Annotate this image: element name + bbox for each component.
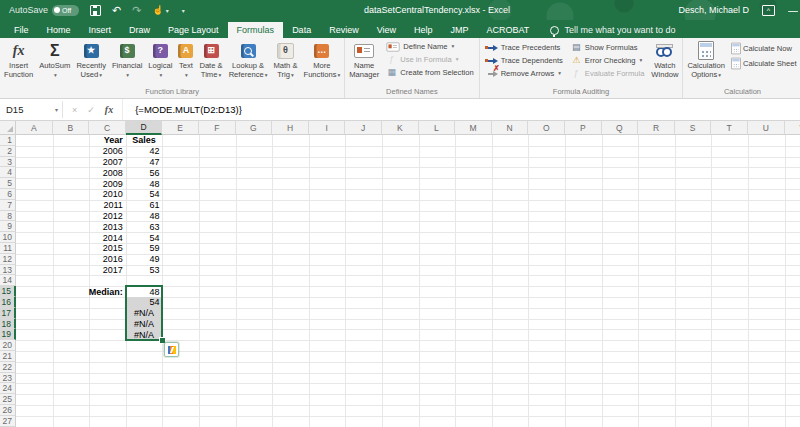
tab-page-layout[interactable]: Page Layout [159,22,228,38]
cell-D13[interactable]: 53 [126,265,163,276]
define-name-button[interactable]: Define Name▾ [386,43,473,51]
tab-insert[interactable]: Insert [80,22,121,38]
tab-view[interactable]: View [368,22,405,38]
tab-data[interactable]: Data [283,22,320,38]
cell-D12[interactable]: 49 [126,254,163,265]
column-header-o[interactable]: O [528,121,565,135]
worksheet-grid[interactable]: ABCDEFGHIJKLMNOPQRSTUV123456789101112131… [0,121,800,427]
row-header-6[interactable]: 6 [0,189,16,200]
cell-D8[interactable]: 48 [126,211,163,222]
column-header-p[interactable]: P [565,121,602,135]
autosum-button[interactable]: ΣAutoSum▾ [36,38,73,86]
ribbon-display-options-button[interactable]: ^ [762,5,775,16]
column-header-n[interactable]: N [492,121,529,135]
tab-home[interactable]: Home [38,22,80,38]
column-header-k[interactable]: K [382,121,419,135]
column-header-j[interactable]: J [345,121,382,135]
watch-window-button[interactable]: WatchWindow [648,38,681,86]
cell-C8[interactable]: 2012 [89,211,126,222]
cell-C2[interactable]: 2006 [89,146,126,157]
quick-analysis-button[interactable] [164,342,179,357]
calculate-sheet-button[interactable]: Calculate Sheet [732,58,797,69]
cell-D1[interactable]: Sales [126,135,163,146]
cell-D7[interactable]: 61 [126,200,163,211]
cell-C10[interactable]: 2014 [89,232,126,243]
row-header-18[interactable]: 18 [0,319,16,330]
row-header-16[interactable]: 16 [0,297,16,308]
column-header-f[interactable]: F [199,121,236,135]
calculation-options-button[interactable]: CalculationOptions▾ [684,38,728,86]
cell-D2[interactable]: 42 [126,146,163,157]
recently-used-button[interactable]: ★RecentlyUsed▾ [73,38,109,86]
text-button[interactable]: AText▾ [175,38,196,86]
cell-C12[interactable]: 2016 [89,254,126,265]
insert-function-button[interactable]: fxInsertFunction [1,38,36,86]
insert-function-icon[interactable]: fx [105,104,113,115]
customize-qat-button[interactable]: ▾ [180,7,185,14]
row-header-25[interactable]: 25 [0,394,16,405]
redo-button[interactable]: ↷ [132,5,141,16]
save-button[interactable] [90,5,101,16]
tab-jmp[interactable]: JMP [442,22,478,38]
row-header-24[interactable]: 24 [0,383,16,394]
calculate-now-button[interactable]: Calculate Now [732,43,797,54]
cell-D9[interactable]: 63 [126,221,163,232]
column-header-i[interactable]: I [309,121,346,135]
cell-D5[interactable]: 48 [126,178,163,189]
more-functions-button[interactable]: …MoreFunctions▾ [301,38,344,86]
financial-button[interactable]: $Financial▾ [109,38,145,86]
cell-D4[interactable]: 56 [126,167,163,178]
cell-C15[interactable]: Median: [89,286,126,297]
minimize-button[interactable]: — [788,5,798,16]
row-header-27[interactable]: 27 [0,416,16,427]
row-header-26[interactable]: 26 [0,405,16,416]
cell-C3[interactable]: 2007 [89,157,126,168]
column-header-c[interactable]: C [89,121,126,135]
cell-C11[interactable]: 2015 [89,243,126,254]
column-header-t[interactable]: T [711,121,748,135]
row-header-23[interactable]: 23 [0,373,16,384]
column-header-q[interactable]: Q [602,121,639,135]
create-from-selection-button[interactable]: ▦Create from Selection [386,68,473,77]
column-header-a[interactable]: A [16,121,53,135]
lookup-reference-button[interactable]: Lookup &Reference▾ [226,38,271,86]
cell-D3[interactable]: 47 [126,157,163,168]
column-header-v[interactable]: V [785,121,800,135]
trace-precedents-button[interactable]: Trace Precedents [485,43,563,52]
row-header-11[interactable]: 11 [0,243,16,254]
name-manager-button[interactable]: NameManager [346,38,382,86]
touch-mouse-mode-button[interactable]: ☝▾ [152,6,168,15]
column-header-d[interactable]: D [126,121,163,135]
cell-C6[interactable]: 2010 [89,189,126,200]
evaluate-formula-button[interactable]: ƒEvaluate Formula [571,69,645,78]
column-header-s[interactable]: S [675,121,712,135]
tab-file[interactable]: File [5,22,38,38]
tab-acrobat[interactable]: ACROBAT [478,22,539,38]
name-box[interactable]: D15 ▾ [0,99,62,120]
formula-input[interactable]: {=MODE.MULT(D2:D13)} [123,99,800,120]
cell-D6[interactable]: 54 [126,189,163,200]
cell-C5[interactable]: 2009 [89,178,126,189]
tab-formulas[interactable]: Formulas [228,22,284,38]
row-header-5[interactable]: 5 [0,178,16,189]
tab-review[interactable]: Review [320,22,368,38]
autosave-toggle[interactable]: AutoSave Off [9,5,79,16]
row-header-10[interactable]: 10 [0,232,16,243]
cell-C9[interactable]: 2013 [89,221,126,232]
column-header-g[interactable]: G [236,121,273,135]
tell-me-box[interactable]: Tell me what you want to do [550,22,675,38]
row-header-3[interactable]: 3 [0,157,16,168]
column-header-u[interactable]: U [748,121,785,135]
cell-C1[interactable]: Year [89,135,126,146]
logical-button[interactable]: ?Logical▾ [145,38,175,86]
remove-arrows-button[interactable]: ✗Remove Arrows▾ [485,69,563,78]
undo-button[interactable]: ↶ [112,5,121,16]
row-header-9[interactable]: 9 [0,221,16,232]
date-time-button[interactable]: ⊞Date &Time▾ [196,38,225,86]
tab-help[interactable]: Help [405,22,442,38]
math-trig-button[interactable]: θMath &Trig▾ [270,38,300,86]
cell-C13[interactable]: 2017 [89,265,126,276]
row-header-15[interactable]: 15 [0,286,16,297]
row-header-2[interactable]: 2 [0,146,16,157]
column-header-m[interactable]: M [455,121,492,135]
